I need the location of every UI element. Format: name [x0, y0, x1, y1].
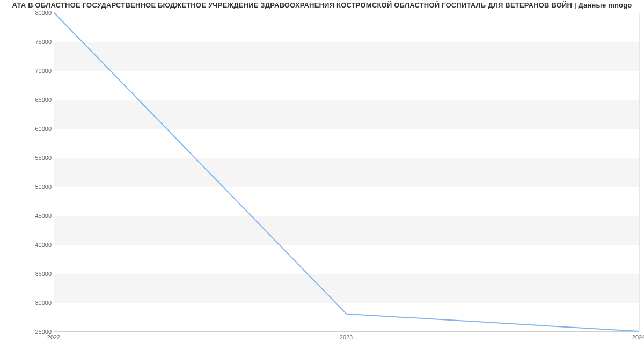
- y-gridline: [54, 332, 639, 332]
- chart-title: АТА В ОБЛАСТНОЕ ГОСУДАРСТВЕННОЕ БЮДЖЕТНО…: [0, 0, 644, 9]
- y-tick-label: 25000: [3, 329, 52, 335]
- x-tick-label: 2022: [47, 334, 60, 340]
- x-tick-label: 2023: [340, 334, 353, 340]
- y-tick-label: 70000: [3, 68, 52, 74]
- y-tick-label: 65000: [3, 97, 52, 103]
- plot-area: [54, 13, 639, 332]
- y-tick-label: 55000: [3, 155, 52, 161]
- y-tick-label: 45000: [3, 213, 52, 219]
- line-chart: АТА В ОБЛАСТНОЕ ГОСУДАРСТВЕННОЕ БЮДЖЕТНО…: [0, 0, 644, 349]
- y-tick-label: 60000: [3, 126, 52, 132]
- y-tick-label: 50000: [3, 184, 52, 190]
- x-gridline: [639, 13, 640, 331]
- y-tick-label: 30000: [3, 300, 52, 306]
- x-tick-label: 2024: [632, 334, 644, 340]
- x-gridline: [347, 13, 347, 331]
- y-tick-label: 40000: [3, 242, 52, 248]
- y-tick-label: 80000: [3, 10, 52, 16]
- y-tick-label: 75000: [3, 39, 52, 45]
- y-tick-label: 35000: [3, 271, 52, 277]
